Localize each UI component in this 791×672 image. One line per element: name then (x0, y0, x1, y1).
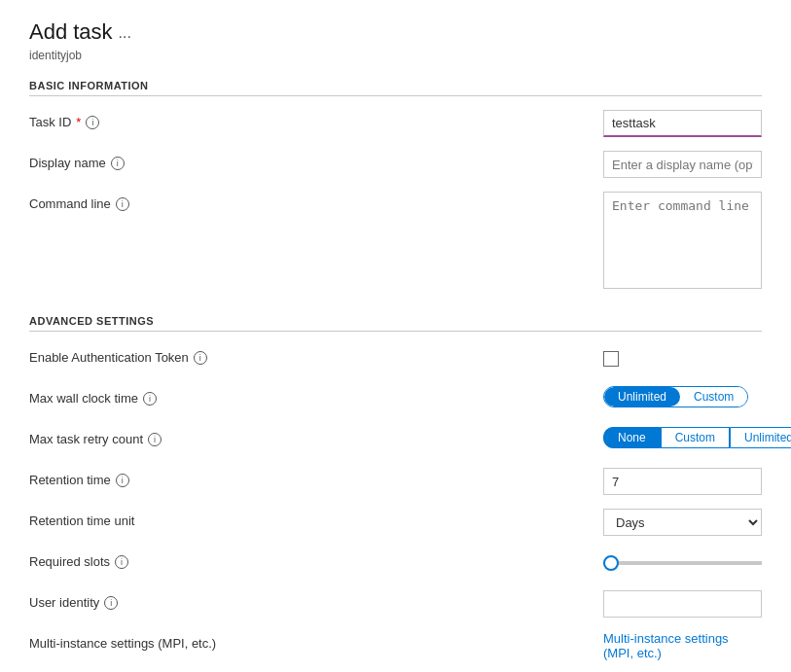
retention-time-input[interactable] (603, 468, 762, 495)
required-slots-info-icon[interactable]: i (115, 555, 128, 569)
required-slots-slider-area (603, 549, 762, 568)
max-retry-toggle-area: None Custom Unlimited (603, 427, 791, 448)
max-retry-toggle-group: None Custom Unlimited (603, 427, 791, 448)
required-indicator: * (76, 115, 81, 129)
advanced-settings-section: ADVANCED SETTINGS Enable Authentication … (29, 315, 762, 672)
user-identity-label: User identity i (29, 590, 603, 610)
max-wall-clock-unlimited-button[interactable]: Unlimited (604, 387, 680, 407)
required-slots-label: Required slots i (29, 549, 603, 569)
max-wall-clock-custom-button[interactable]: Custom (680, 387, 747, 407)
command-line-textarea[interactable] (603, 192, 762, 289)
max-wall-clock-toggle-area: Unlimited Custom (603, 386, 762, 407)
user-identity-input[interactable] (603, 590, 762, 618)
retention-time-info-icon[interactable]: i (116, 474, 129, 487)
max-wall-clock-toggle-group: Unlimited Custom (603, 386, 748, 407)
retention-time-input-area (603, 468, 762, 495)
display-name-label: Display name i (29, 151, 603, 170)
basic-information-section: BASIC INFORMATION Task ID * i Display na… (29, 80, 762, 292)
user-identity-row: User identity i (29, 590, 762, 618)
display-name-row: Display name i (29, 151, 762, 178)
task-id-input-area (603, 110, 762, 137)
max-wall-clock-row: Max wall clock time i Unlimited Custom (29, 386, 762, 413)
auth-token-checkbox[interactable] (603, 351, 619, 367)
retention-time-unit-select-area: Days Hours Minutes (603, 509, 762, 536)
auth-token-label: Enable Authentication Token i (29, 345, 603, 365)
max-retry-custom-button[interactable]: Custom (661, 427, 730, 448)
retention-time-label: Retention time i (29, 468, 603, 487)
basic-information-header: BASIC INFORMATION (29, 80, 762, 96)
command-line-input-area (603, 192, 762, 292)
task-id-info-icon[interactable]: i (86, 116, 99, 129)
page-subtitle: identityjob (29, 49, 762, 62)
task-id-input[interactable] (603, 110, 762, 137)
page-title: Add task (29, 19, 113, 45)
display-name-input-area (603, 151, 762, 178)
retention-time-row: Retention time i (29, 468, 762, 495)
max-retry-info-icon[interactable]: i (148, 433, 162, 446)
advanced-settings-header: ADVANCED SETTINGS (29, 315, 762, 332)
retention-time-unit-label: Retention time unit (29, 509, 603, 528)
max-retry-label: Max task retry count i (29, 427, 603, 446)
command-line-label: Command line i (29, 192, 603, 211)
command-line-info-icon[interactable]: i (116, 197, 129, 211)
user-identity-input-area (603, 590, 762, 618)
page-header: Add task ... identityjob (29, 19, 762, 62)
display-name-info-icon[interactable]: i (111, 157, 125, 170)
retention-time-unit-row: Retention time unit Days Hours Minutes (29, 509, 762, 536)
command-line-row: Command line i (29, 192, 762, 292)
multi-instance-label: Multi-instance settings (MPI, etc.) (29, 631, 603, 651)
display-name-input[interactable] (603, 151, 762, 178)
task-id-row: Task ID * i (29, 110, 762, 137)
task-id-label: Task ID * i (29, 110, 603, 129)
max-retry-row: Max task retry count i None Custom Unlim… (29, 427, 762, 454)
auth-token-checkbox-area (603, 345, 762, 370)
multi-instance-link[interactable]: Multi-instance settings (MPI, etc.) (603, 631, 729, 660)
multi-instance-row: Multi-instance settings (MPI, etc.) Mult… (29, 631, 762, 660)
required-slots-slider[interactable] (603, 561, 762, 565)
max-retry-none-button[interactable]: None (603, 427, 661, 448)
required-slots-row: Required slots i (29, 549, 762, 577)
max-wall-clock-label: Max wall clock time i (29, 386, 603, 406)
retention-time-unit-select[interactable]: Days Hours Minutes (603, 509, 762, 536)
auth-token-row: Enable Authentication Token i (29, 345, 762, 372)
max-retry-unlimited-button[interactable]: Unlimited (730, 427, 791, 448)
multi-instance-link-area: Multi-instance settings (MPI, etc.) (603, 631, 762, 660)
auth-token-info-icon[interactable]: i (194, 351, 207, 365)
ellipsis-menu-button[interactable]: ... (119, 24, 131, 42)
user-identity-info-icon[interactable]: i (104, 596, 118, 610)
max-wall-clock-info-icon[interactable]: i (143, 392, 157, 406)
